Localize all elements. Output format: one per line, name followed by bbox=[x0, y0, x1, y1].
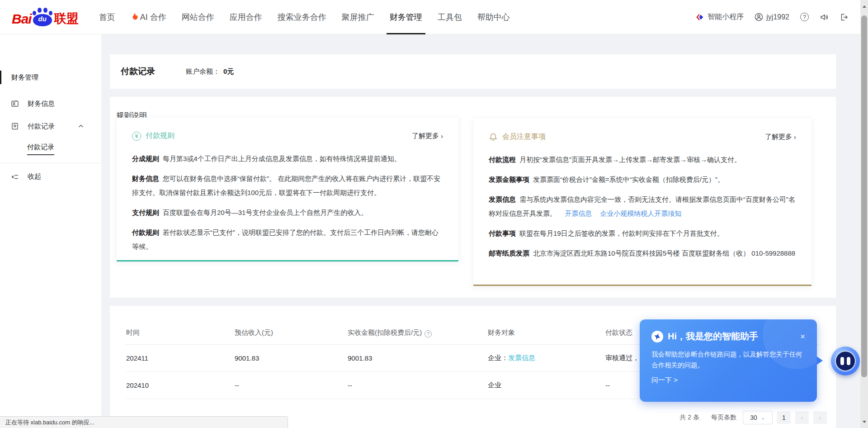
menu-item-ai[interactable]: AI 合作 bbox=[123, 0, 174, 34]
payment-records-icon bbox=[11, 122, 19, 130]
menu-item-toolkit[interactable]: 工具包 bbox=[430, 0, 470, 34]
invoice-info-link[interactable]: 开票信息 bbox=[565, 209, 592, 217]
member-notes-title: 会员注意事项 bbox=[502, 132, 546, 142]
user-account[interactable]: jyj1992 bbox=[755, 13, 789, 21]
col-header-estimated: 预估收入(元) bbox=[235, 328, 348, 337]
rule-paragraph: 付款事项联盟在每月19日之后签收的发票，付款时间安排在下个月首批支付。 bbox=[489, 226, 796, 240]
coin-yen-icon: ¥ bbox=[132, 132, 141, 141]
scroll-down-arrow[interactable] bbox=[860, 418, 868, 426]
baidu-union-logo[interactable]: Bai du 联盟 bbox=[12, 8, 79, 27]
per-page-label: 每页条数 bbox=[711, 414, 736, 422]
total-count: 共 2 条 bbox=[679, 414, 699, 422]
sidebar-section-finance: 财务管理 bbox=[0, 70, 101, 85]
collapse-icon bbox=[11, 173, 19, 181]
mini-program-icon bbox=[696, 13, 704, 21]
sidebar-collapse-button[interactable]: 收起 bbox=[0, 172, 101, 181]
menu-item-help[interactable]: 帮助中心 bbox=[470, 0, 518, 34]
rule-paragraph: 付款流程月初按“发票信息”页面开具发票→上传发票→邮寄发票→审核→确认支付。 bbox=[489, 152, 796, 166]
col-header-actual: 实收金额(扣除税费后/元)? bbox=[348, 328, 488, 338]
announcement-speaker-icon[interactable] bbox=[820, 13, 829, 22]
cell-estimated: 9001.83 bbox=[235, 354, 348, 362]
rule-paragraph: 发票金额事项发票票面“价税合计”金额=系统中“实收金额（扣除税费后/元）”。 bbox=[489, 172, 796, 186]
cell-finance-object: 企业 bbox=[488, 381, 605, 390]
col-header-time: 时间 bbox=[126, 328, 235, 337]
assistant-popup: Hi，我是您的智能助手 × 我会帮助您诊断合作链路问题，以及解答您关于任何合作相… bbox=[640, 319, 817, 402]
scrollbar[interactable] bbox=[860, 0, 868, 428]
payment-rules-title: 付款规则 bbox=[146, 131, 175, 141]
menu-item-search-business[interactable]: 搜索业务合作 bbox=[270, 0, 334, 34]
sidebar-subitem-payment-records[interactable]: 付款记录 bbox=[0, 141, 101, 157]
rule-paragraph: 支付规则百度联盟会在每月20号—31号支付企业会员上个自然月产生的收入。 bbox=[132, 205, 443, 219]
logo-text-bai: Bai bbox=[12, 11, 32, 27]
account-balance: 账户余额：0元 bbox=[186, 67, 234, 76]
payment-rules-card: ¥ 付款规则 了解更多 › 分成规则每月第3或4个工作日产出上月分成信息及发票信… bbox=[117, 118, 458, 262]
menu-item-screen-ads[interactable]: 聚屏推广 bbox=[334, 0, 382, 34]
pagination: 共 2 条 每页条数 30 ⌄ 1 ‹ › bbox=[679, 411, 827, 424]
user-icon bbox=[755, 13, 763, 21]
menu-item-app[interactable]: 应用合作 bbox=[222, 0, 270, 34]
cell-finance-object: 企业：发票信息 bbox=[488, 354, 605, 362]
chevron-up-icon[interactable] bbox=[78, 123, 84, 129]
flame-icon bbox=[131, 13, 138, 22]
sidebar-divider bbox=[0, 163, 101, 163]
rules-section-card: 规则说明 ¥ 付款规则 了解更多 › 分成规则每月第3或4个工作日产出上月分成信… bbox=[110, 97, 836, 298]
browser-status-bar: 正在等待 xlab.baidu.com 的响应... bbox=[0, 416, 288, 428]
next-page-button[interactable]: › bbox=[813, 411, 827, 424]
sidebar-item-payment-records[interactable]: 付款记录 bbox=[0, 119, 101, 134]
cell-actual: -- bbox=[348, 381, 488, 389]
menu-item-finance[interactable]: 财务管理 bbox=[382, 0, 430, 34]
small-taxpayer-guide-link[interactable]: 企业小规模纳税人开票须知 bbox=[600, 209, 681, 217]
sidebar-item-finance-info[interactable]: 财务信息 bbox=[0, 96, 101, 111]
baidu-paw-icon: du bbox=[32, 8, 53, 27]
member-notes-card: 会员注意事项 了解更多 › 付款流程月初按“发票信息”页面开具发票→上传发票→邮… bbox=[473, 119, 811, 286]
scroll-up-arrow[interactable] bbox=[860, 3, 868, 10]
menu-item-website[interactable]: 网站合作 bbox=[174, 0, 222, 34]
rule-paragraph: 付款规则若付款状态显示“已支付”，说明联盟已安排了您的付款。支付后三个工作日内到… bbox=[132, 225, 443, 253]
robot-face-icon bbox=[835, 351, 856, 371]
col-header-finance-object: 财务对象 bbox=[488, 328, 605, 337]
close-icon[interactable]: × bbox=[800, 332, 805, 341]
mini-program-link[interactable]: 智能小程序 bbox=[696, 12, 744, 22]
rule-paragraph: 邮寄纸质发票北京市海淀区西北旺东路10号院百度科技园5号楼 百度联盟财务组（收）… bbox=[489, 246, 796, 260]
prev-page-button[interactable]: ‹ bbox=[795, 411, 809, 424]
rule-paragraph: 分成规则每月第3或4个工作日产出上月分成信息及发票信息，如有特殊情况将提前通知。 bbox=[132, 152, 443, 166]
invoice-info-cell-link[interactable]: 发票信息 bbox=[508, 354, 535, 361]
assistant-message: 我会帮助您诊断合作链路问题，以及解答您关于任何合作相关的问题。 bbox=[651, 349, 803, 371]
top-nav: Bai du 联盟 首页 AI 合作 网站合作 应用合作 搜索业务合作 聚屏推广… bbox=[0, 0, 860, 34]
assistant-compass-icon bbox=[651, 331, 663, 342]
cell-estimated: -- bbox=[235, 381, 348, 389]
cell-time: 202410 bbox=[126, 381, 235, 389]
nav-right-controls: 智能小程序 jyj1992 ? bbox=[696, 12, 849, 22]
payment-rules-more-link[interactable]: 了解更多 › bbox=[412, 132, 443, 140]
assistant-ask-link[interactable]: 问一下 > bbox=[651, 376, 805, 385]
tooltip-question-icon[interactable]: ? bbox=[425, 330, 432, 338]
balance-value: 0元 bbox=[223, 67, 234, 75]
page-header-card: 付款记录 账户余额：0元 bbox=[110, 54, 836, 89]
per-page-select[interactable]: 30 ⌄ bbox=[743, 411, 773, 424]
assistant-robot-avatar[interactable] bbox=[831, 347, 860, 376]
help-icon[interactable]: ? bbox=[800, 13, 809, 21]
cell-actual: 9001.83 bbox=[348, 354, 488, 362]
logout-icon[interactable] bbox=[840, 13, 849, 22]
rule-paragraph: 发票信息需与系统内发票信息内容完全一致，否则无法支付。请根据发票信息页面中“百度… bbox=[489, 192, 796, 220]
member-notes-more-link[interactable]: 了解更多 › bbox=[765, 133, 796, 141]
chevron-right-icon: › bbox=[441, 132, 443, 140]
cell-time: 202411 bbox=[126, 354, 235, 362]
main-menu: 首页 AI 合作 网站合作 应用合作 搜索业务合作 聚屏推广 财务管理 工具包 … bbox=[91, 0, 518, 34]
assistant-title: Hi，我是您的智能助手 bbox=[668, 330, 758, 342]
logo-text-union: 联盟 bbox=[54, 10, 79, 27]
scrollbar-thumb[interactable] bbox=[861, 15, 867, 377]
rule-paragraph: 财务信息您可以在财务信息中选择“保留付款”。 在此期间您产生的收入将在账户内进行… bbox=[132, 171, 443, 200]
menu-item-home[interactable]: 首页 bbox=[91, 0, 123, 34]
page-number-button[interactable]: 1 bbox=[777, 411, 791, 424]
page-title: 付款记录 bbox=[121, 66, 155, 77]
chevron-right-icon: › bbox=[794, 133, 796, 141]
sidebar: 财务管理 财务信息 付款记录 付款记录 收起 bbox=[0, 34, 101, 428]
caret-down-icon: ⌄ bbox=[761, 414, 765, 421]
finance-info-icon bbox=[11, 100, 19, 108]
status-text: 正在等待 xlab.baidu.com 的响应... bbox=[5, 418, 94, 427]
bell-icon bbox=[489, 133, 498, 142]
